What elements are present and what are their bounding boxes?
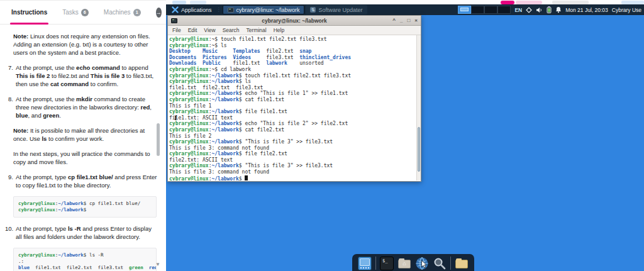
instruction-step: 9.At the prompt, type cp file1.txt blue/… [5,173,158,189]
terminal-line: Desktop Music Templates file2.txt snap [169,48,416,55]
web-browser-icon[interactable] [415,257,429,270]
workspace-4[interactable] [497,6,511,14]
tab-bar: Instructions Tasks 6 Machines 1 → [0,1,166,25]
instruction-step: 7.At the prompt, use the echo command to… [5,64,158,88]
menu-search[interactable]: Search [223,27,240,33]
terminal-window-title: cybrary@linux: ~/labwork [168,18,421,24]
taskbar-window-terminal-label: cybrary@linux: ~/labwork [236,7,300,13]
terminal-output[interactable]: cybrary@linux:~$ touch file1.txt file2.t… [168,35,421,180]
close-button[interactable]: × [414,18,418,23]
tab-tasks-label: Tasks [62,9,79,16]
scroll-down-icon[interactable]: ▼ [155,262,160,267]
tab-instructions-label: Instructions [11,9,47,16]
search-magnifier-icon[interactable] [433,257,447,270]
terminal-line: cybrary@linux:~/labwork$ touch file1.txt… [169,73,416,79]
volume-icon[interactable] [536,7,543,13]
user-menu[interactable]: Cybrary Use [612,7,641,13]
terminal-launcher-icon[interactable]: $_ [380,257,394,270]
menu-help[interactable]: Help [274,27,284,33]
applications-menu-button[interactable]: Applications [169,4,215,15]
notifications-bell-icon[interactable] [555,6,562,13]
tab-machines[interactable]: Machines 1 [104,1,141,25]
instruction-paragraph: Note: Linux does not require any extensi… [5,32,158,57]
terminal-cursor [245,175,248,180]
terminal-titlebar[interactable]: cybrary@linux: ~/labwork ^ _ □ × [168,16,421,26]
terminal-line: file1.txt: ASCII text [169,115,416,121]
terminal-line: Downloads Public file1.txt labwork unsor… [169,60,416,67]
linux-desktop[interactable]: Applications ⋮ cybrary@linux: ~/labwork … [166,0,644,271]
terminal-icon [228,8,234,13]
workspace-1[interactable] [458,6,471,14]
keyboard-layout-indicator[interactable]: EN [514,7,522,13]
code-block: cybrary@linux:~/labwork$ ls -R.:blue fil… [13,248,157,271]
workspace-preview-icon[interactable] [358,257,372,270]
dock-separator [450,257,451,270]
tabs-next-arrow-button[interactable]: → [156,8,162,18]
home-folder-icon[interactable]: ⌂ [397,257,411,270]
menu-edit[interactable]: Edit [188,27,197,33]
panel-separator: ⋮ [216,7,221,13]
terminal-line: This is file 3: command not found [169,169,416,175]
menu-view[interactable]: View [204,27,215,33]
terminal-line: cybrary@linux:~/labwork$ echo "This is f… [169,121,416,127]
instruction-step: 8.At the prompt, use the mkdir command t… [5,95,158,119]
tab-instructions[interactable]: Instructions [11,1,47,25]
terminal-line: file1.txt file2.txt file3.txt [169,85,416,91]
terminal-line: cybrary@linux:~/labwork$ cat file1.txt [169,97,416,103]
terminal-line: cybrary@linux:~/labwork$ file file1.txt [169,109,416,115]
menu-terminal[interactable]: Terminal [247,27,267,33]
workspace-2[interactable] [471,6,484,14]
instruction-paragraph: Note: It is possible to make all three d… [5,126,158,143]
machines-count-badge: 1 [133,9,141,16]
menu-file[interactable]: File [172,27,181,33]
code-block: cybrary@linux:~/labwork$ cp file1.txt bl… [13,196,157,218]
battery-icon[interactable] [547,6,552,13]
terminal-line: cybrary@linux:~$ touch file1.txt file2.t… [169,36,416,43]
xfce-top-panel: Applications ⋮ cybrary@linux: ~/labwork … [166,4,644,15]
dock-separator [375,257,376,270]
clock[interactable]: Mon 21 Jul, 20:03 [565,7,608,13]
text-ibeam-cursor: I [174,114,177,121]
network-icon[interactable] [526,7,532,13]
workspace-3[interactable] [484,6,497,14]
step-number: 8. [5,95,13,119]
terminal-line: cybrary@linux:~/labwork$ echo "This is f… [169,91,416,97]
minimize-button[interactable]: _ [400,18,402,23]
terminal-window: cybrary@linux: ~/labwork ^ _ □ × FileEdi… [167,15,421,182]
browser-edge-strip [166,0,644,4]
terminal-line: cybrary@linux:~/labwork$ [169,175,416,180]
rollup-button[interactable]: ^ [392,18,396,23]
terminal-line: This is file 2 [169,133,416,140]
step-number: 10. [5,224,13,241]
taskbar-window-updater[interactable]: ⇅ Software Updater [306,5,367,14]
screen: Instructions Tasks 6 Machines 1 → Note: … [0,0,644,271]
terminal-scrollbar[interactable] [416,35,421,180]
window-controls: ^ _ □ × [392,18,418,23]
tab-tasks[interactable]: Tasks 6 [62,1,89,25]
terminal-line: cybrary@linux:~/labwork$ file file2.txt [169,151,416,157]
software-updater-icon: ⇅ [310,7,316,13]
terminal-scrollbar-thumb[interactable] [418,127,420,172]
terminal-menubar: FileEditViewSearchTerminalHelp [168,26,421,35]
workspace-switcher[interactable] [458,6,511,14]
panel-scrollbar-thumb[interactable] [157,123,160,156]
applications-label: Applications [181,7,212,13]
instructions-content: Note: Linux does not require any extensi… [0,25,166,271]
xfce-logo-icon [172,6,179,13]
terminal-line: cybrary@linux:~$ cd labwork [169,67,416,73]
instruction-step: 10.At the prompt, type ls -R and press E… [5,224,158,241]
desktop-dock: $_ ⌂ [352,254,474,271]
terminal-line: cybrary@linux:~/labwork$ cat file2.txt [169,127,416,133]
instruction-paragraph: In the next steps, you will practice the… [5,150,158,166]
tasks-count-badge: 6 [81,9,89,16]
mouse-arrow-cursor [421,260,427,268]
taskbar-window-updater-label: Software Updater [318,7,362,13]
taskbar-window-terminal[interactable]: cybrary@linux: ~/labwork [223,5,305,14]
terminal-line: cybrary@linux:~/labwork$ "This is file 3… [169,139,416,145]
terminal-line: cybrary@linux:~/labwork$ ls [169,79,416,85]
maximize-button[interactable]: □ [407,18,410,23]
terminal-line: This is file 3: command not found [169,145,416,152]
files-folder-icon[interactable] [455,257,469,270]
step-number: 9. [5,173,13,189]
terminal-line: This is file 1 [169,103,416,109]
